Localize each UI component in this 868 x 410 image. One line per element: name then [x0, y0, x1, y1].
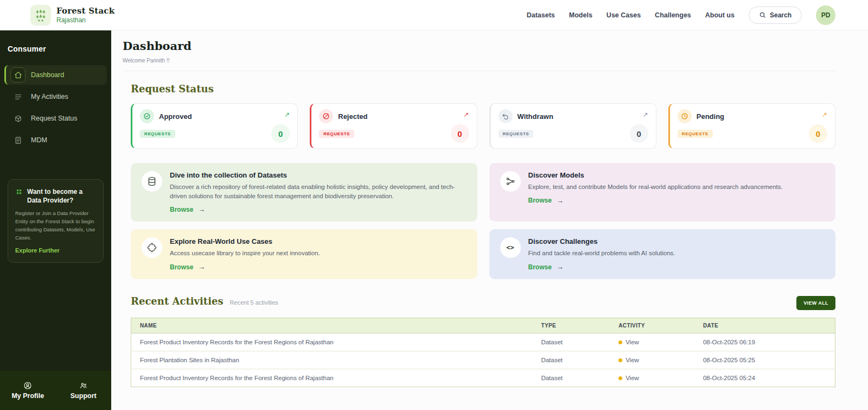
- sidebar-item-dashboard[interactable]: Dashboard: [4, 65, 107, 85]
- promo-title: Want to become a Data Provider?: [27, 187, 96, 205]
- status-cards-row: Approved ↗ REQUESTS 0 Rejected ↗: [131, 103, 835, 149]
- cell-type: Dataset: [532, 351, 610, 369]
- approved-status-card[interactable]: Approved ↗ REQUESTS 0: [131, 103, 298, 149]
- database-icon: [142, 171, 162, 192]
- browse-label: Browse: [170, 206, 193, 213]
- arrow-right-icon: →: [198, 205, 205, 213]
- main-content: Dashboard Welcome Parinith !! Request St…: [111, 30, 868, 410]
- sidebar-item-my-activities[interactable]: My Activities: [4, 87, 107, 106]
- recent-activities-table: NAME TYPE ACTIVITY DATE Forest Product I…: [131, 318, 835, 387]
- table-row[interactable]: Forest Plantation Sites in Rajasthan Dat…: [131, 351, 835, 369]
- request-count: 0: [809, 124, 827, 143]
- external-link-icon[interactable]: ↗: [643, 111, 648, 118]
- profile-icon: [23, 381, 32, 390]
- request-count: 0: [271, 124, 290, 143]
- app-header: Forest Stack Rajasthan Datasets Models U…: [0, 0, 868, 30]
- ban-circle-icon: [319, 109, 333, 123]
- explore-further-link[interactable]: Explore Further: [15, 247, 60, 254]
- feature-cards-grid: Dive into the collection of Datasets Dis…: [131, 163, 835, 279]
- my-profile-label: My Profile: [11, 392, 44, 400]
- sidebar-item-label: My Activities: [31, 93, 68, 100]
- cell-activity: View: [610, 351, 694, 369]
- search-button-label: Search: [770, 11, 792, 19]
- puzzle-icon: [142, 237, 162, 258]
- home-icon: [10, 67, 25, 83]
- nav-item-models[interactable]: Models: [569, 11, 592, 19]
- arrow-right-icon: →: [198, 263, 205, 271]
- browse-label: Browse: [528, 197, 552, 204]
- user-avatar[interactable]: PD: [816, 5, 835, 25]
- requests-badge: REQUESTS: [140, 130, 175, 138]
- header-divider: [123, 71, 835, 71]
- sidebar-item-mdm[interactable]: MDM: [4, 130, 107, 150]
- external-link-icon[interactable]: ↗: [822, 111, 827, 118]
- cell-date: 08-Oct-2025 06:19: [694, 333, 835, 351]
- page-title: Dashboard: [123, 39, 835, 53]
- cube-icon: [10, 111, 25, 126]
- undo-icon: [499, 109, 513, 123]
- column-header-type: TYPE: [532, 318, 610, 333]
- browse-models-link[interactable]: Browse →: [528, 197, 783, 205]
- table-row[interactable]: Forest Product Inventory Records for the…: [131, 333, 835, 351]
- status-card-label: Withdrawn: [518, 112, 553, 121]
- welcome-text: Welcome Parinith !!: [123, 58, 835, 64]
- activity-dot-icon: [618, 376, 622, 380]
- document-icon: [10, 133, 25, 148]
- pending-status-card[interactable]: Pending ↗ REQUESTS 0: [668, 103, 835, 149]
- challenges-feature-card[interactable]: <> Discover Challenges Find and tackle r…: [489, 229, 836, 279]
- sidebar-item-label: Dashboard: [31, 71, 64, 79]
- browse-datasets-link[interactable]: Browse →: [170, 205, 467, 213]
- cell-type: Dataset: [532, 333, 610, 351]
- table-row[interactable]: Forest Product Inventory Records for the…: [131, 369, 835, 387]
- search-button[interactable]: Search: [749, 7, 802, 24]
- feature-card-description: Explore, test, and contribute Models for…: [528, 182, 783, 192]
- models-feature-card[interactable]: Discover Models Explore, test, and contr…: [489, 163, 836, 222]
- support-button[interactable]: Support: [56, 381, 112, 400]
- cell-name: Forest Plantation Sites in Rajasthan: [131, 351, 533, 369]
- column-header-name: NAME: [131, 318, 533, 333]
- support-group-icon: [79, 381, 88, 390]
- clock-icon: [678, 109, 692, 123]
- data-provider-icon: [15, 188, 23, 205]
- withdrawn-status-card[interactable]: Withdrawn ↗ REQUESTS 0: [489, 103, 656, 149]
- nav-item-use-cases[interactable]: Use Cases: [607, 11, 641, 19]
- use-cases-feature-card[interactable]: Explore Real-World Use Cases Access usec…: [131, 229, 477, 279]
- check-circle-icon: [140, 109, 154, 123]
- browse-label: Browse: [170, 263, 193, 271]
- datasets-feature-card[interactable]: Dive into the collection of Datasets Dis…: [131, 163, 477, 222]
- search-icon: [759, 11, 766, 18]
- cell-date: 08-Oct-2025 05:25: [694, 351, 835, 369]
- browse-challenges-link[interactable]: Browse →: [528, 263, 675, 271]
- activity-dot-icon: [618, 358, 622, 362]
- promo-body: Register or Join a Data Provider Entity …: [15, 210, 96, 242]
- feature-card-title: Explore Real-World Use Cases: [170, 237, 320, 245]
- my-profile-button[interactable]: My Profile: [0, 381, 56, 400]
- data-provider-promo-card: Want to become a Data Provider? Register…: [8, 179, 104, 263]
- view-all-button[interactable]: VIEW ALL: [796, 296, 835, 310]
- sidebar-role-label: Consumer: [0, 30, 111, 64]
- nav-item-about-us[interactable]: About us: [705, 11, 735, 19]
- browse-label: Browse: [528, 263, 552, 271]
- rejected-status-card[interactable]: Rejected ↗ REQUESTS 0: [310, 103, 477, 149]
- arrow-right-icon: →: [557, 263, 564, 271]
- arrow-right-icon: →: [557, 197, 564, 205]
- nav-item-datasets[interactable]: Datasets: [527, 11, 555, 19]
- activity-dot-icon: [618, 340, 622, 344]
- nav-item-challenges[interactable]: Challenges: [655, 11, 691, 19]
- status-card-label: Rejected: [338, 112, 367, 121]
- requests-badge: REQUESTS: [499, 130, 534, 138]
- sidebar-item-request-status[interactable]: Request Status: [4, 109, 107, 128]
- recent-activities-title: Recent Activities: [131, 295, 224, 307]
- browse-use-cases-link[interactable]: Browse →: [170, 263, 320, 271]
- brand[interactable]: Forest Stack Rajasthan: [30, 5, 114, 26]
- cell-name: Forest Product Inventory Records for the…: [131, 333, 533, 351]
- cell-name: Forest Product Inventory Records for the…: [131, 369, 533, 387]
- external-link-icon[interactable]: ↗: [284, 111, 290, 118]
- model-nodes-icon: [500, 171, 521, 192]
- feature-card-description: Discover a rich repository of forest-rel…: [170, 182, 467, 200]
- status-card-label: Pending: [697, 112, 724, 121]
- external-link-icon[interactable]: ↗: [463, 111, 469, 118]
- support-label: Support: [71, 392, 97, 400]
- requests-badge: REQUESTS: [678, 130, 713, 138]
- sidebar-item-label: Request Status: [31, 115, 77, 122]
